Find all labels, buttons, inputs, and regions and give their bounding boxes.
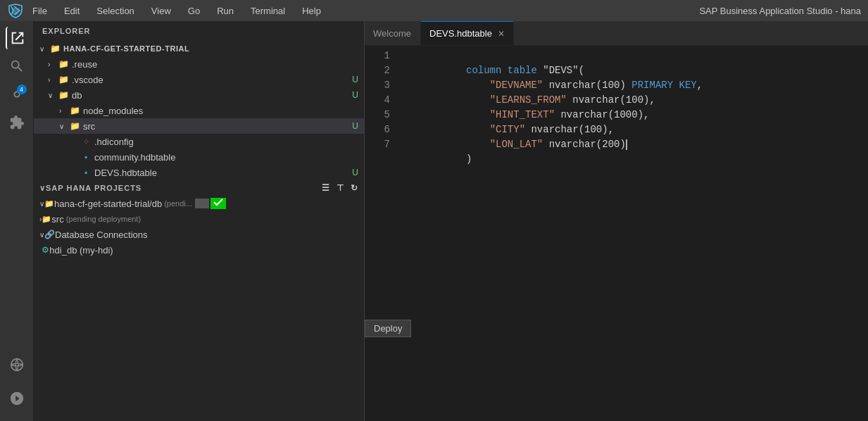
project-folder-icon: 📁: [44, 199, 54, 208]
tree-item-devs[interactable]: › ▪ DEVS.hdbtable U: [34, 165, 364, 180]
main-layout: 4 4 Explorer ∨ 📁 HANA-CF-GET-S: [0, 21, 868, 421]
activity-explorer[interactable]: [6, 27, 28, 49]
src2-folder-icon: 📁: [42, 215, 51, 224]
vscode-arrow: ›: [48, 76, 58, 84]
tree-item-community[interactable]: › ▪ community.hdbtable: [34, 149, 364, 165]
db-folder-icon: 📁: [58, 89, 69, 101]
root-label: HANA-CF-GET-STARTED-TRIAL: [63, 44, 364, 53]
list-icon[interactable]: ☰: [320, 182, 332, 194]
community-label: community.hdbtable: [94, 152, 364, 163]
tab-devs-close[interactable]: ✕: [498, 29, 505, 39]
tab-welcome-label: Welcome: [373, 28, 411, 39]
vscode-label: .vscode: [72, 75, 352, 85]
hdi-db-row[interactable]: › ⚙ hdi_db (my-hdi): [34, 242, 364, 258]
tab-bar: Welcome DEVS.hdbtable ✕: [365, 21, 868, 46]
vscode-badge: U: [352, 75, 358, 84]
src2-label: src: [51, 214, 63, 225]
root-folder-icon: 📁: [49, 43, 61, 54]
refresh-icon[interactable]: ↻: [348, 182, 360, 194]
menu-file[interactable]: File: [30, 4, 50, 18]
hana-projects-header[interactable]: ∨ SAP HANA PROJECTS ☰ ⊤ ↻: [34, 180, 364, 196]
reuse-folder-icon: 📁: [58, 58, 69, 70]
hdi-label: hdi_db (my-hdi): [49, 245, 113, 256]
hana-header-label: SAP HANA PROJECTS: [46, 184, 141, 192]
src2-status: (pending deployment): [66, 215, 141, 223]
devs-badge: U: [352, 168, 358, 177]
menu-bar: File Edit Selection View Go Run Terminal…: [30, 4, 699, 18]
community-icon: ▪: [80, 151, 92, 163]
sidebar: Explorer ∨ 📁 HANA-CF-GET-STARTED-TRIAL ›…: [34, 21, 365, 421]
svg-point-2: [11, 359, 23, 371]
node-modules-label: node_modules: [83, 106, 364, 116]
hana-src-row[interactable]: › 📁 src (pending deployment): [34, 211, 364, 227]
source-control-badge: 4: [17, 84, 27, 94]
activity-debug[interactable]: [6, 387, 28, 410]
tab-devs-hdbtable[interactable]: DEVS.hdbtable ✕: [421, 21, 514, 45]
activity-remote[interactable]: [6, 353, 28, 376]
editor-area: Welcome DEVS.hdbtable ✕ 1 2 3 4 5 6 7 co…: [365, 21, 868, 421]
activity-bar: 4 4: [0, 21, 34, 421]
vscode-folder-icon: 📁: [58, 74, 69, 85]
title-bar: File Edit Selection View Go Run Terminal…: [0, 0, 868, 21]
menu-view[interactable]: View: [149, 4, 174, 18]
menu-help[interactable]: Help: [299, 4, 324, 18]
hana-project-row[interactable]: ∨ 📁 hana-cf-get-started-trial/db (pendi.…: [34, 196, 364, 211]
filter-icon[interactable]: ⊤: [334, 182, 346, 194]
reuse-arrow: ›: [48, 61, 58, 68]
tab-welcome[interactable]: Welcome: [365, 21, 421, 45]
code-line-1: column table "DEVS"(: [407, 49, 868, 63]
db-badge: U: [352, 90, 358, 100]
menu-go[interactable]: Go: [185, 4, 203, 18]
root-arrow: ∨: [39, 45, 49, 53]
tree-item-vscode[interactable]: › 📁 .vscode U: [34, 72, 364, 87]
activity-source-control[interactable]: 4 4: [6, 83, 28, 106]
src-arrow: ∨: [59, 122, 69, 130]
activity-search[interactable]: [6, 55, 28, 77]
src-folder-icon: 📁: [69, 120, 80, 132]
menu-selection[interactable]: Selection: [94, 4, 137, 18]
devs-label: DEVS.hdbtable: [94, 168, 352, 178]
hana-arrow: ∨: [39, 184, 46, 193]
db-arrow: ∨: [48, 92, 58, 99]
database-connections-row[interactable]: ∨ 🔗 Database Connections: [34, 227, 364, 242]
tab-devs-label: DEVS.hdbtable: [429, 28, 492, 39]
tree-item-hdiconfig[interactable]: › ⁘ .hdiconfig: [34, 134, 364, 149]
db-conn-arrow: ∨: [39, 231, 44, 239]
explorer-header: Explorer: [34, 21, 364, 41]
tree-item-reuse[interactable]: › 📁 .reuse: [34, 56, 364, 72]
line-numbers: 1 2 3 4 5 6 7: [365, 49, 398, 418]
app-title: SAP Business Application Studio - hana: [699, 6, 861, 16]
reuse-label: .reuse: [72, 59, 364, 70]
menu-run[interactable]: Run: [214, 4, 237, 18]
app-logo: [7, 2, 24, 19]
db-conn-icon: 🔗: [44, 230, 55, 239]
menu-terminal[interactable]: Terminal: [248, 4, 288, 18]
code-area[interactable]: column table "DEVS"( "DEVNAME" nvarchar(…: [398, 49, 868, 418]
db-connections-label: Database Connections: [55, 230, 148, 240]
src-label: src: [83, 121, 352, 132]
activity-extensions[interactable]: [6, 111, 28, 134]
menu-edit[interactable]: Edit: [61, 4, 82, 18]
hdi-icon: ⚙: [42, 245, 49, 255]
deploy-button[interactable]: Deploy: [365, 320, 411, 337]
project-name: hana-cf-get-started-trial/db: [54, 199, 162, 209]
hana-actions: ☰ ⊤ ↻: [320, 182, 360, 194]
project-status: (pendi...: [164, 199, 192, 208]
tree-item-db[interactable]: ∨ 📁 db U: [34, 87, 364, 103]
node-modules-folder-icon: 📁: [69, 105, 80, 116]
deploy-dots: [195, 199, 209, 208]
devs-icon: ▪: [80, 167, 92, 178]
db-label: db: [72, 90, 352, 101]
hdiconfig-icon: ⁘: [80, 136, 92, 147]
tree-root[interactable]: ∨ 📁 HANA-CF-GET-STARTED-TRIAL: [34, 41, 364, 56]
tree-item-src[interactable]: ∨ 📁 src U: [34, 118, 364, 134]
deploy-green-badge: [210, 198, 226, 209]
node-modules-arrow: ›: [59, 107, 69, 115]
hdiconfig-label: .hdiconfig: [94, 137, 364, 147]
tree-item-node-modules[interactable]: › 📁 node_modules: [34, 103, 364, 118]
editor-content[interactable]: 1 2 3 4 5 6 7 column table "DEVS"( "DEVN…: [365, 46, 868, 421]
src-badge: U: [352, 121, 358, 131]
project-arrow: ∨: [39, 200, 44, 208]
